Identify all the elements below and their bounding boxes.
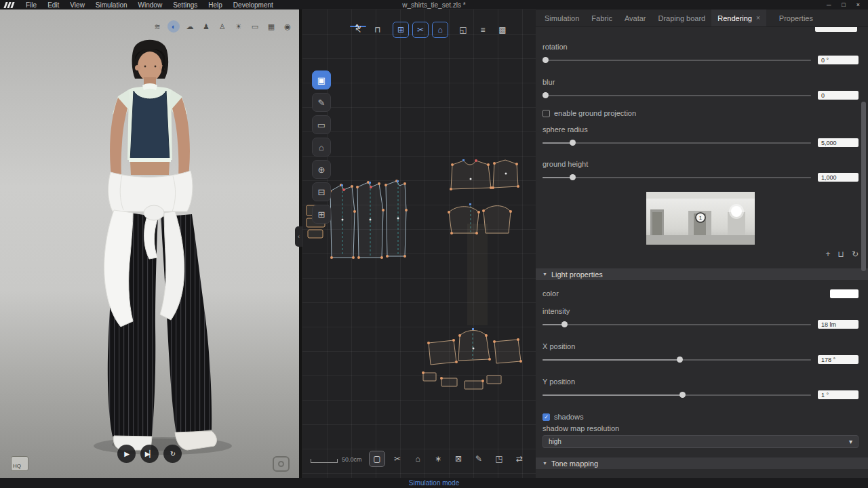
pattern-left-toolbar: ▣ ✎ ▭ ⌂ ⊕ ⊟ ⊞ [312, 70, 331, 224]
sphere-radius-value[interactable]: 5,000 [818, 138, 859, 147]
avatar-pose-icon[interactable]: ♟ [200, 20, 212, 33]
rotation-value[interactable]: 0 ° [818, 56, 859, 64]
cut-icon[interactable]: ✂ [389, 451, 406, 467]
environment-preview[interactable]: 1 [646, 192, 755, 245]
tab-fabric[interactable]: Fabric [585, 9, 618, 26]
cloud-icon[interactable]: ☁ [184, 20, 196, 33]
layers-icon[interactable]: ≡ [475, 22, 491, 38]
tab-avatar[interactable]: Avatar [618, 9, 652, 26]
pattern-top-toolbar: ↖ ⊓ ∿ ⊞ ✂ ⌂ ◱ ≡ ▩ [350, 22, 511, 38]
x-position-slider[interactable] [542, 355, 811, 364]
x-position-value[interactable]: 178 ° [818, 355, 859, 364]
render-board-icon[interactable]: ▦ [265, 20, 277, 33]
menu-simulation[interactable]: Simulation [90, 0, 133, 9]
environment-sphere-icon[interactable]: ◐ [167, 20, 180, 33]
refresh-environment-icon[interactable]: ↻ [852, 249, 859, 259]
shadow-map-resolution-value: high [549, 438, 561, 445]
play-button[interactable]: ▶ [117, 445, 136, 463]
rectangle-tool-icon[interactable]: ▭ [312, 115, 331, 134]
cut-sew-icon[interactable]: ✂ [412, 22, 429, 38]
show-grid-icon[interactable]: ⊞ [393, 22, 409, 38]
tab-rendering[interactable]: Rendering × [711, 9, 766, 26]
hq-quality-toggle[interactable]: HQ [11, 456, 28, 471]
menubar: File Edit View Simulation Window Setting… [0, 0, 868, 9]
light-color-swatch[interactable] [830, 289, 859, 298]
y-position-slider[interactable] [542, 390, 811, 399]
reset-button[interactable]: ↻ [163, 445, 182, 463]
menu-settings[interactable]: Settings [167, 0, 203, 9]
maximize-button[interactable]: □ [842, 1, 845, 8]
ground-height-value[interactable]: 1,000 [818, 173, 859, 182]
step-forward-button[interactable]: ▶▏ [140, 445, 159, 463]
ground-projection-checkbox[interactable] [542, 110, 550, 117]
menu-edit[interactable]: Edit [42, 0, 64, 9]
menu-view[interactable]: View [64, 0, 90, 9]
sewing-tool-icon[interactable]: ∿ [350, 26, 366, 27]
print-layout-icon[interactable]: ⊞ [312, 205, 331, 224]
properties-panel: Simulation Fabric Avatar Draping board R… [536, 9, 868, 478]
menu-development[interactable]: Development [228, 0, 279, 9]
light-icon[interactable]: ☀ [233, 20, 245, 33]
delete-environment-icon[interactable]: ⊔ [838, 249, 844, 259]
collapse-panel-handle[interactable]: ‹ [295, 226, 302, 247]
box-select-icon[interactable]: ▢ [369, 451, 385, 467]
close-button[interactable]: × [856, 1, 860, 8]
snapshot-button[interactable] [273, 456, 290, 472]
pattern-stack-icon[interactable]: ⊟ [312, 182, 331, 201]
intensity-value[interactable]: 18 lm [818, 320, 859, 329]
scrollbar-thumb[interactable] [861, 102, 866, 271]
light-marker-label: 1 [699, 215, 703, 221]
avatar-show-icon[interactable]: ♙ [216, 20, 229, 33]
lock-icon[interactable]: ⊠ [450, 451, 467, 467]
blur-value[interactable]: 0 [818, 91, 859, 100]
add-environment-icon[interactable]: + [826, 249, 831, 259]
shadows-label: shadows [554, 413, 583, 421]
pattern-pieces[interactable] [302, 9, 536, 478]
tone-mapping-section[interactable]: ▼ Tone mapping [536, 458, 868, 469]
ground-plane-icon[interactable]: ▭ [249, 20, 261, 33]
panel-scrollbar[interactable] [861, 27, 866, 478]
ground-height-slider[interactable] [542, 173, 811, 182]
light-properties-section[interactable]: ▼ Light properties [536, 268, 868, 280]
viewport-3d[interactable]: ≋ ◐ ☁ ♟ ♙ ☀ ▭ ▦ ◉ HQ ▶ ▶▏ ↻ [0, 9, 302, 478]
press-icon[interactable]: ⌂ [432, 22, 448, 38]
tab-draping-board[interactable]: Draping board [652, 9, 712, 26]
flip-icon[interactable]: ⇄ [511, 451, 528, 467]
pin-tool-icon[interactable]: ⊕ [312, 160, 331, 179]
tab-simulation[interactable]: Simulation [538, 9, 585, 26]
sphere-radius-slider[interactable] [542, 138, 811, 147]
minimize-button[interactable]: ─ [827, 1, 831, 8]
pattern-2d-view[interactable]: ▣ ✎ ▭ ⌂ ⊕ ⊟ ⊞ ↖ ⊓ ∿ ⊞ ✂ ⌂ ◱ ≡ ▩ [302, 9, 536, 478]
blur-slider[interactable] [542, 91, 811, 100]
scale-ruler [311, 459, 338, 463]
clipped-value-box [815, 27, 857, 32]
shadow-map-resolution-select[interactable]: high ▾ [542, 435, 859, 448]
tack-icon[interactable]: ∗ [430, 451, 446, 467]
intensity-slider[interactable] [542, 320, 811, 329]
steam-press-icon[interactable]: ⌂ [410, 451, 426, 467]
press-tool-icon[interactable]: ⌂ [312, 138, 331, 157]
simulation-mode-label: Simulation mode [409, 479, 459, 487]
shadows-checkbox[interactable]: ✓ [542, 413, 550, 421]
tab-properties[interactable]: Properties [773, 9, 819, 26]
menu-file[interactable]: File [20, 0, 42, 9]
needle-icon[interactable]: ✎ [471, 451, 487, 467]
scale-label: 50.0cm [342, 456, 362, 463]
transform-tool-icon[interactable]: ▣ [312, 70, 331, 89]
display-mode-icon[interactable]: ◱ [455, 22, 471, 38]
menu-help[interactable]: Help [203, 0, 228, 9]
y-position-value[interactable]: 1 ° [818, 390, 859, 399]
frame-icon[interactable]: ◳ [491, 451, 507, 467]
camera-icon [278, 461, 284, 467]
wind-effect-icon[interactable]: ≋ [151, 20, 163, 33]
app-logo-icon [5, 2, 16, 8]
rotation-slider[interactable] [542, 56, 811, 64]
menu-window[interactable]: Window [133, 0, 168, 9]
ground-height-label: ground height [542, 160, 859, 168]
texture-icon[interactable]: ▩ [494, 22, 511, 38]
hq-label: HQ [13, 463, 21, 469]
measure-tape-icon[interactable]: ⊓ [370, 22, 386, 38]
tab-close-icon[interactable]: × [756, 14, 760, 22]
capture-icon[interactable]: ◉ [281, 20, 294, 33]
curve-tool-icon[interactable]: ✎ [312, 93, 331, 112]
